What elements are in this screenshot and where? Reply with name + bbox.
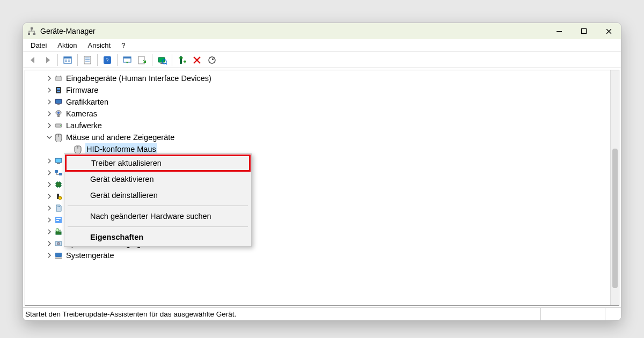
toolbar-reinstall-button[interactable] [205, 54, 219, 67]
chevron-right-icon[interactable] [46, 240, 53, 247]
tree-category-item[interactable]: Eingabegeräte (Human Interface Devices) [25, 72, 619, 84]
tree-item-label: Firmware [66, 84, 98, 96]
chevron-right-icon[interactable] [46, 98, 53, 106]
ctx-disable-device[interactable]: Gerät deaktivieren [65, 171, 250, 187]
toolbar-remove-button[interactable] [190, 54, 204, 67]
ctx-update-driver[interactable]: Treiber aktualisieren [65, 155, 251, 172]
toolbar [23, 52, 621, 68]
menu-view[interactable]: Ansicht [83, 40, 116, 50]
close-button[interactable] [596, 23, 621, 39]
toolbar-properties-button[interactable] [80, 54, 94, 67]
toolbar-back-button[interactable] [26, 54, 40, 67]
toolbar-scan-hardware-button[interactable] [155, 54, 169, 67]
tree-item-label: Eingabegeräte (Human Interface Devices) [66, 72, 211, 84]
network-icon [54, 168, 63, 177]
app-icon [27, 27, 36, 35]
chevron-right-icon[interactable] [46, 228, 53, 236]
menubar: Datei Aktion Ansicht ? [23, 39, 621, 52]
back-icon [28, 55, 38, 65]
chevron-right-icon[interactable] [46, 216, 53, 224]
toolbar-update-driver-button[interactable] [120, 54, 134, 67]
ctx-separator [68, 226, 248, 227]
ctx-separator [68, 205, 248, 206]
chevron-right-icon[interactable] [46, 181, 53, 188]
toolbar-show-tree-button[interactable] [61, 54, 75, 67]
toolbar-uninstall-button[interactable] [135, 54, 149, 67]
remove-icon [192, 55, 202, 65]
system-icon [54, 251, 63, 260]
ctx-properties[interactable]: Eigenschaften [65, 229, 250, 245]
tree-category-item[interactable]: Kameras [25, 108, 619, 120]
window-title: Geräte-Manager [40, 27, 96, 35]
toolbar-separator [97, 54, 98, 66]
menu-action[interactable]: Aktion [52, 40, 82, 50]
storagetech-icon [54, 239, 63, 248]
chevron-right-icon[interactable] [46, 86, 53, 94]
hid-icon [54, 74, 63, 83]
tree-category-item[interactable]: Grafikkarten [25, 96, 619, 108]
status-cell [605, 308, 621, 320]
ctx-uninstall-device[interactable]: Gerät deinstallieren [65, 187, 250, 203]
ctx-scan-hardware[interactable]: Nach geänderter Hardware suchen [65, 208, 250, 224]
chevron-down-icon[interactable] [46, 134, 53, 141]
tree-item-label: Laufwerke [66, 120, 102, 131]
menu-file[interactable]: Datei [25, 40, 52, 50]
scan-hardware-icon [157, 55, 167, 65]
toolbar-separator [117, 54, 118, 66]
forward-icon [43, 55, 53, 65]
menu-help[interactable]: ? [116, 40, 130, 50]
software-icon [54, 216, 63, 224]
toolbar-separator [172, 54, 172, 66]
monitor-icon [54, 157, 63, 165]
help-icon [103, 55, 112, 65]
scrollbar-track[interactable] [610, 70, 619, 305]
toolbar-separator [77, 54, 78, 66]
status-text: Startet den Treiberupdate-Assistenten fü… [25, 310, 236, 318]
security-icon [54, 192, 63, 201]
camera-icon [54, 109, 63, 118]
chevron-right-icon[interactable] [46, 169, 53, 177]
disk-icon [54, 121, 63, 130]
chevron-right-icon[interactable] [46, 110, 53, 117]
chevron-right-icon[interactable] [46, 204, 53, 212]
chevron-right-icon[interactable] [46, 122, 53, 129]
toolbar-add-legacy-button[interactable] [175, 54, 189, 67]
tree-category-item[interactable]: Firmware [25, 84, 619, 96]
status-cell [540, 308, 605, 320]
tree-icon [63, 55, 72, 65]
maximize-button[interactable] [572, 23, 596, 39]
sdcard-icon [54, 204, 63, 212]
toolbar-forward-button[interactable] [41, 54, 55, 67]
tree-category-item[interactable]: Mäuse und andere Zeigegeräte [25, 131, 619, 143]
properties-icon [83, 55, 92, 65]
chevron-right-icon[interactable] [46, 193, 53, 200]
add-legacy-icon [177, 55, 187, 65]
chevron-right-icon[interactable] [65, 145, 72, 153]
chevron-right-icon[interactable] [46, 157, 53, 165]
uninstall-icon [137, 55, 147, 65]
minimize-button[interactable] [547, 23, 572, 39]
display-icon [54, 98, 63, 106]
device-manager-window: Geräte-Manager Datei Aktion Ansicht ? Ei… [23, 23, 621, 321]
content-area: Eingabegeräte (Human Interface Devices)F… [25, 70, 619, 306]
toolbar-help-button[interactable] [100, 54, 114, 67]
tree-item-label: Grafikkarten [66, 96, 108, 108]
update-driver-icon [122, 55, 132, 65]
toolbar-separator [152, 54, 152, 66]
firmware-icon [54, 86, 63, 94]
mouse-icon [54, 133, 63, 142]
chevron-right-icon[interactable] [46, 75, 53, 82]
context-menu: Treiber aktualisieren Gerät deaktivieren… [64, 153, 252, 247]
scrollbar-thumb[interactable] [612, 149, 618, 288]
tree-item-label: Kameras [66, 108, 97, 120]
mouse-icon [74, 145, 82, 153]
tree-item-label: Mäuse und andere Zeigegeräte [66, 131, 174, 143]
reinstall-icon [207, 55, 217, 65]
tree-category-item[interactable]: Systemgeräte [25, 249, 619, 261]
titlebar[interactable]: Geräte-Manager [23, 23, 621, 39]
chevron-right-icon[interactable] [46, 252, 53, 259]
statusbar: Startet den Treiberupdate-Assistenten fü… [23, 307, 621, 320]
tree-category-item[interactable]: Laufwerke [25, 120, 619, 131]
storagectl-icon [54, 227, 63, 236]
tree-item-label: Systemgeräte [66, 249, 114, 261]
